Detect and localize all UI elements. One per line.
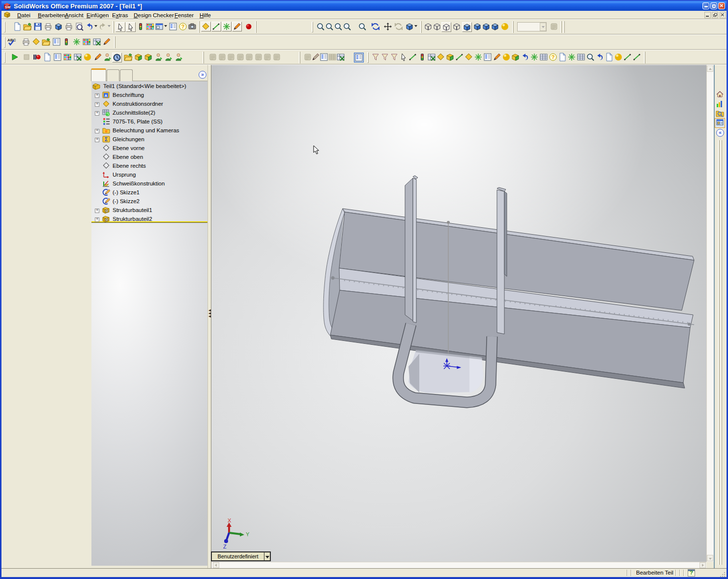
svg-text:SW: SW [5,5,11,9]
svg-text:X: X [228,518,232,523]
svg-text:?: ? [552,54,555,60]
svg-text:Z: Z [223,544,227,549]
svg-text:?: ? [181,24,185,30]
svg-text:A: A [105,93,108,98]
svg-text:ABC: ABC [7,38,16,42]
svg-text:Σ: Σ [105,137,108,142]
svg-text:Y: Y [246,531,250,537]
